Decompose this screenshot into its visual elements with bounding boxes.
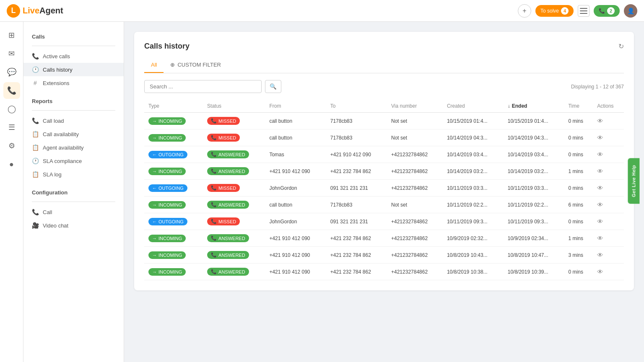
view-button[interactable]: 👁 [597, 251, 603, 259]
view-button[interactable]: 👁 [597, 201, 603, 208]
view-button[interactable]: 👁 [597, 168, 603, 175]
type-arrow: → [152, 169, 157, 174]
col-ended: ↓Ended [504, 100, 564, 113]
sidebar-icon-analytics[interactable]: ◯ [3, 101, 20, 117]
cell-status: 📞 ANSWERED [203, 264, 265, 280]
cell-to: +421 232 784 862 [326, 247, 387, 264]
col-actions: Actions [593, 100, 624, 113]
tab-all-label: All [151, 62, 157, 68]
cell-created: 10/14/2019 03:4... [443, 146, 504, 163]
cell-actions: 👁 [593, 129, 624, 146]
live-help-tab[interactable]: Get Live Help [628, 158, 640, 204]
cell-actions: 👁 [593, 230, 624, 247]
table-row: → INCOMING 📞 ANSWERED +421 910 412 090 +… [144, 247, 624, 264]
cell-time: 0 mins [564, 180, 593, 197]
sidebar-item-agent-availability[interactable]: 📋 Agent availability [23, 141, 124, 154]
main-sidebar: Calls 📞 Active calls 🕐 Calls history # E… [23, 22, 124, 362]
view-button[interactable]: 👁 [597, 151, 603, 158]
col-time: Time [564, 100, 593, 113]
table-row: ← OUTGOING 📞 ANSWERED Tomas +421 910 412… [144, 146, 624, 163]
sidebar-item-extensions[interactable]: # Extensions [23, 76, 124, 90]
search-input[interactable] [144, 80, 262, 93]
cell-via: +421232784862 [387, 247, 443, 264]
add-button[interactable]: + [518, 4, 531, 18]
view-button[interactable]: 👁 [597, 117, 603, 124]
layout: ⊞ ✉ 💬 📞 ◯ ☰ ⚙ ● Calls 📞 Active calls 🕐 C… [0, 0, 644, 362]
view-button[interactable]: 👁 [597, 235, 603, 242]
cell-type: → INCOMING [144, 163, 203, 180]
view-button[interactable]: 👁 [597, 184, 603, 191]
cell-created: 10/15/2019 01:4... [443, 113, 504, 129]
sidebar-icon-chat[interactable]: 💬 [3, 64, 20, 80]
cell-status: 📞 ANSWERED [203, 197, 265, 213]
extensions-icon: # [32, 80, 39, 86]
sidebar-icon-list[interactable]: ☰ [3, 119, 20, 136]
solve-label: To solve [540, 8, 559, 14]
type-arrow: ← [152, 152, 157, 157]
status-badge: 📞 ANSWERED [207, 251, 249, 259]
sidebar-icon-calls[interactable]: 📞 [3, 82, 20, 99]
tab-custom-filter[interactable]: ⊕ CUSTOM FILTER [164, 57, 228, 73]
cell-status: 📞 ANSWERED [203, 230, 265, 247]
hamburger-button[interactable] [578, 5, 589, 17]
view-button[interactable]: 👁 [597, 134, 603, 141]
sidebar-icon-settings[interactable]: ⚙ [3, 137, 20, 154]
cell-from: +421 910 412 090 [265, 230, 326, 247]
sidebar-item-video-chat[interactable]: 🎥 Video chat [23, 219, 124, 232]
sidebar-item-active-calls[interactable]: 📞 Active calls [23, 49, 124, 63]
sidebar-icon-dashboard[interactable]: ⊞ [3, 27, 20, 44]
cell-status: 📞 MISSED [203, 113, 265, 129]
refresh-button[interactable]: ↻ [618, 42, 624, 50]
call-button[interactable]: 📞 2 [594, 5, 620, 17]
cell-actions: 👁 [593, 247, 624, 264]
cell-actions: 👁 [593, 197, 624, 213]
type-arrow: ← [152, 219, 157, 224]
sidebar-item-call-config[interactable]: 📞 Call [23, 205, 124, 219]
sidebar-item-sla-log[interactable]: 📋 SLA log [23, 168, 124, 181]
sidebar-item-call-load[interactable]: 📞 Call load [23, 114, 124, 127]
col-type: Type [144, 100, 203, 113]
cell-ended: 10/8/2019 10:47... [504, 247, 564, 264]
sidebar-icon-plugins[interactable]: ● [3, 156, 20, 173]
cell-from: JohnGordon [265, 213, 326, 230]
type-badge: → INCOMING [148, 134, 186, 142]
type-badge: → INCOMING [148, 201, 186, 209]
table-row: ← OUTGOING 📞 MISSED JohnGordon 091 321 2… [144, 213, 624, 230]
view-button[interactable]: 👁 [597, 268, 603, 275]
cell-to: 7178cb83 [326, 129, 387, 146]
type-arrow: → [152, 269, 157, 274]
cell-actions: 👁 [593, 146, 624, 163]
search-button[interactable]: 🔍 [265, 80, 281, 93]
call-config-icon: 📞 [32, 209, 39, 215]
cell-actions: 👁 [593, 163, 624, 180]
sidebar-item-sla-compliance[interactable]: 🕐 SLA compliance [23, 154, 124, 168]
sidebar-icon-mail[interactable]: ✉ [3, 45, 20, 62]
video-chat-icon: 🎥 [32, 222, 39, 229]
agent-availability-icon: 📋 [32, 144, 39, 151]
view-button[interactable]: 👁 [597, 218, 603, 225]
cell-from: JohnGordon [265, 180, 326, 197]
type-badge: → INCOMING [148, 117, 186, 125]
cell-actions: 👁 [593, 264, 624, 280]
call-availability-label: Call availability [43, 131, 79, 137]
status-icon: 📞 [211, 269, 217, 274]
cell-created: 10/9/2019 02:32... [443, 230, 504, 247]
cell-status: 📞 ANSWERED [203, 163, 265, 180]
avatar[interactable]: 👤 [624, 4, 637, 18]
type-arrow: ← [152, 186, 157, 191]
status-badge: 📞 ANSWERED [207, 234, 249, 242]
sidebar-item-call-availability[interactable]: 📋 Call availability [23, 127, 124, 141]
solve-button[interactable]: To solve 4 [535, 5, 574, 17]
cell-actions: 👁 [593, 213, 624, 230]
status-badge: 📞 ANSWERED [207, 167, 249, 175]
cell-via: +421232784862 [387, 180, 443, 197]
col-to: To [326, 100, 387, 113]
cell-time: 3 mins [564, 247, 593, 264]
sidebar-item-calls-history[interactable]: 🕐 Calls history [23, 63, 124, 76]
cell-to: 7178cb83 [326, 197, 387, 213]
status-icon: 📞 [211, 252, 217, 258]
active-calls-label: Active calls [43, 53, 70, 59]
search-bar: 🔍 Displaying 1 - 12 of 367 [144, 80, 624, 93]
status-badge: 📞 ANSWERED [207, 201, 249, 209]
tab-all[interactable]: All [144, 57, 164, 73]
